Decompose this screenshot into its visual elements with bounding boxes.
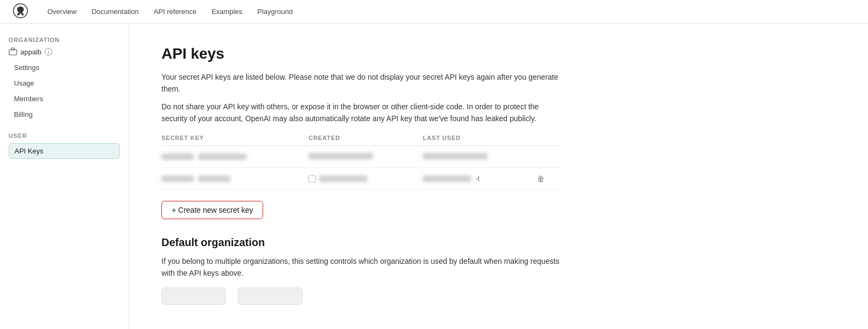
api-keys-table: SECRET KEY CREATED LAST USED	[161, 130, 560, 190]
org-name: appalb	[20, 48, 41, 56]
key-blurred-1a	[161, 153, 194, 160]
sidebar-item-usage[interactable]: Usage	[9, 76, 120, 90]
main-content: API keys Your secret API keys are listed…	[129, 24, 868, 329]
created-blurred-2	[319, 176, 368, 182]
table-row: -t 🗑	[161, 167, 560, 190]
org-dropdown-row	[161, 288, 836, 305]
sidebar-item-api-keys[interactable]: API Keys	[9, 143, 120, 159]
last-used-cell-1	[423, 145, 537, 167]
col-secret-key: SECRET KEY	[161, 130, 308, 146]
default-org-title: Default organization	[161, 236, 836, 249]
sidebar-item-settings[interactable]: Settings	[9, 60, 120, 75]
org-icon	[9, 47, 17, 56]
created-blurred-1	[308, 153, 373, 159]
actions-cell-2: 🗑	[537, 167, 560, 190]
create-secret-key-button[interactable]: + Create new secret key	[161, 201, 263, 219]
layout: ORGANIZATION appalb i Settings Usage Mem…	[0, 24, 868, 329]
last-used-suffix: -t	[476, 175, 479, 183]
user-section: USER API Keys	[9, 132, 120, 159]
created-cell-1	[308, 145, 422, 167]
nav-overview[interactable]: Overview	[47, 8, 76, 16]
delete-key-icon[interactable]: 🗑	[537, 174, 545, 183]
description-1: Your secret API keys are listed below. P…	[161, 71, 560, 95]
nav-documentation[interactable]: Documentation	[91, 8, 138, 16]
user-section-label: USER	[9, 132, 120, 139]
nav-playground[interactable]: Playground	[257, 8, 293, 16]
last-used-blurred-2	[423, 176, 471, 182]
org-dropdown-2[interactable]	[238, 288, 302, 305]
col-last-used: LAST USED	[423, 130, 537, 146]
nav-api-reference[interactable]: API reference	[154, 8, 197, 16]
col-created: CREATED	[308, 130, 422, 146]
logo	[13, 3, 32, 20]
table-row	[161, 145, 560, 167]
svg-rect-2	[11, 48, 15, 50]
sidebar-item-members[interactable]: Members	[9, 92, 120, 106]
col-actions	[537, 130, 560, 146]
checkbox-icon[interactable]	[308, 175, 316, 183]
org-info-icon[interactable]: i	[45, 48, 52, 55]
page-title: API keys	[161, 45, 836, 62]
org-dropdown-1[interactable]	[161, 288, 226, 305]
key-blurred-1b	[198, 153, 246, 160]
key-blurred-2a	[161, 176, 194, 182]
default-org-description: If you belong to multiple organizations,…	[161, 255, 560, 279]
nav-examples[interactable]: Examples	[211, 8, 242, 16]
org-section-label: ORGANIZATION	[9, 37, 120, 43]
last-used-blurred-1	[423, 153, 488, 159]
sidebar: ORGANIZATION appalb i Settings Usage Mem…	[0, 24, 129, 329]
top-nav: Overview Documentation API reference Exa…	[0, 0, 868, 24]
last-used-cell-2: -t	[423, 167, 537, 190]
org-row: appalb i	[9, 47, 120, 56]
actions-cell-1	[537, 145, 560, 167]
sidebar-item-billing[interactable]: Billing	[9, 107, 120, 122]
key-blurred-2b	[198, 176, 230, 182]
description-2: Do not share your API key with others, o…	[161, 101, 560, 125]
key-cell-1	[161, 145, 308, 167]
key-cell-2	[161, 167, 308, 190]
created-cell-2	[308, 167, 422, 190]
